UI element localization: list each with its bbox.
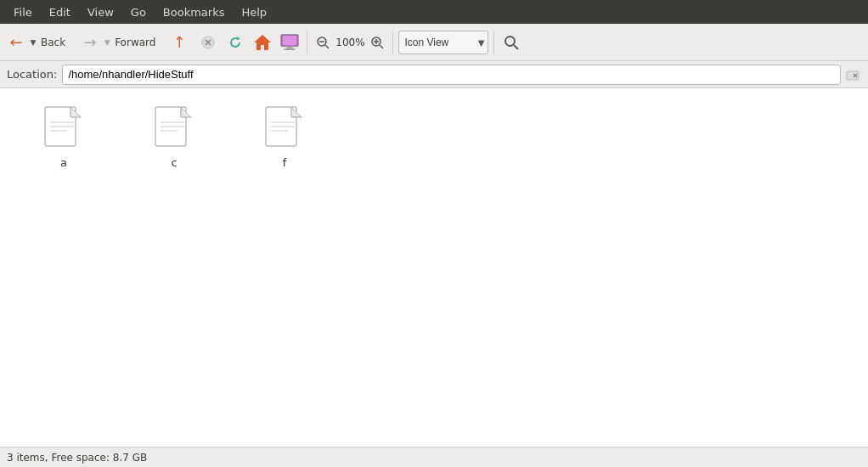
view-selector-container: Icon View List View Compact View ▼ [398, 31, 488, 54]
svg-rect-6 [283, 36, 297, 45]
location-clear-button[interactable] [844, 66, 861, 83]
back-arrow-icon: ← [9, 33, 22, 51]
svg-line-17 [514, 45, 518, 49]
location-bar: Location: [0, 61, 868, 88]
forward-label: Forward [115, 37, 155, 48]
search-icon [504, 35, 519, 50]
stop-icon [201, 36, 215, 49]
svg-rect-8 [285, 48, 296, 49]
menu-view[interactable]: View [81, 4, 121, 20]
forward-arrow-icon: → [84, 33, 97, 51]
menu-help[interactable]: Help [234, 4, 273, 20]
menu-edit[interactable]: Edit [42, 4, 77, 20]
svg-line-13 [380, 45, 383, 48]
file-item-a[interactable]: a [8, 97, 119, 177]
svg-marker-4 [254, 35, 271, 50]
menu-bookmarks[interactable]: Bookmarks [156, 4, 232, 20]
computer-button[interactable] [278, 31, 302, 54]
file-icon-a [43, 105, 84, 153]
zoom-level: 100% [335, 37, 365, 48]
back-chevron-icon: ▼ [31, 38, 37, 47]
search-button[interactable] [499, 31, 523, 54]
toolbar: ← ▼ Back → ▼ Forward ↑ [0, 24, 868, 61]
zoom-out-icon [316, 36, 330, 49]
statusbar-text: 3 items, Free space: 8.7 GB [7, 452, 147, 464]
reload-icon [228, 36, 242, 49]
file-item-c[interactable]: c [119, 97, 229, 177]
svg-rect-7 [287, 46, 293, 48]
clear-icon [846, 68, 860, 82]
file-icon-f [264, 105, 305, 153]
file-name-a: a [60, 156, 67, 169]
toolbar-separator-3 [493, 31, 494, 54]
forward-dropdown[interactable]: ▼ [101, 31, 113, 54]
stop-button[interactable] [196, 31, 220, 54]
file-name-c: c [171, 156, 177, 169]
back-label: Back [41, 37, 65, 48]
svg-marker-3 [237, 37, 240, 40]
menu-go[interactable]: Go [124, 4, 153, 20]
zoom-in-button[interactable] [367, 32, 387, 53]
toolbar-separator-2 [392, 31, 393, 54]
svg-point-16 [505, 37, 515, 46]
forward-button[interactable]: → [79, 31, 101, 54]
statusbar: 3 items, Free space: 8.7 GB [0, 447, 868, 467]
location-input[interactable] [62, 65, 841, 85]
location-label: Location: [7, 68, 57, 81]
computer-icon [279, 31, 301, 54]
file-area: a c f [0, 88, 868, 447]
svg-line-10 [325, 45, 329, 48]
back-dropdown[interactable]: ▼ [27, 31, 39, 54]
menu-file[interactable]: File [7, 4, 39, 20]
file-icon-c [154, 105, 194, 153]
up-arrow-icon: ↑ [173, 33, 186, 51]
toolbar-separator-1 [307, 31, 307, 54]
menubar: File Edit View Go Bookmarks Help [0, 0, 868, 24]
svg-rect-18 [847, 71, 859, 80]
view-selector[interactable]: Icon View List View Compact View [398, 31, 488, 54]
file-item-f[interactable]: f [229, 97, 340, 177]
forward-button-group: → ▼ Forward [79, 31, 155, 54]
zoom-out-button[interactable] [313, 32, 333, 53]
home-icon [253, 33, 272, 52]
file-name-f: f [283, 156, 287, 169]
home-button[interactable] [251, 31, 274, 54]
forward-chevron-icon: ▼ [104, 38, 110, 47]
back-forward-group: ← ▼ Back [5, 31, 65, 54]
back-button[interactable]: ← [5, 31, 27, 54]
zoom-controls: 100% [313, 32, 387, 53]
reload-button[interactable] [223, 31, 247, 54]
zoom-in-icon [370, 36, 384, 49]
up-button[interactable]: ↑ [166, 31, 193, 54]
